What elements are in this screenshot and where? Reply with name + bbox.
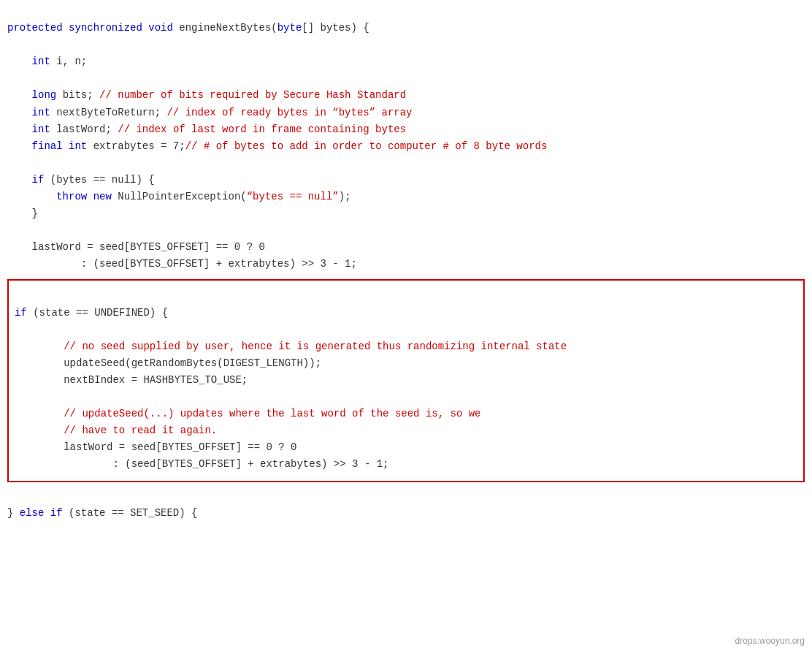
updateseed-call: updateSeed(getRandomBytes(DIGEST_LENGTH)… <box>64 357 321 369</box>
keyword-int3: int <box>32 123 50 135</box>
keyword-long: long <box>32 89 57 101</box>
comment-bits: // number of bits required by Secure Has… <box>99 89 406 101</box>
var-lastword: lastWord; <box>56 123 112 135</box>
string-null: “bytes == null” <box>247 191 339 202</box>
close-paren: ); <box>339 191 351 202</box>
lastword-assign1: lastWord = seed[BYTES_OFFSET] == 0 ? 0 <box>32 241 265 253</box>
after-code: } else if (state == SET_SEED) { <box>7 488 805 522</box>
watermark: drops.wooyun.org <box>735 634 805 648</box>
close-brace1: } <box>32 208 38 219</box>
keyword-byte: byte <box>277 22 302 34</box>
var-bits: bits; <box>63 89 93 101</box>
lastword-assign4: : (seed[BYTES_OFFSET] + extrabytes) >> 3… <box>112 458 388 470</box>
keyword-if1: if <box>32 174 45 186</box>
keyword-throw: throw <box>56 191 87 202</box>
var-extrabytes: extrabytes = 7; <box>93 140 185 152</box>
exception-class: NullPointerException( <box>118 191 246 202</box>
if-bytes-null: (bytes == null) { <box>50 174 155 186</box>
keyword-int4: int <box>69 140 87 152</box>
keyword-int1: int <box>32 56 50 67</box>
keyword-if2: if <box>15 307 27 319</box>
keyword-else: else <box>20 507 45 519</box>
comment-noseed: // no seed supplied by user, hence it is… <box>64 341 567 352</box>
comment-updateseed1: // updateSeed(...) updates where the las… <box>64 408 480 419</box>
method-name: engineNextBytes( <box>179 22 277 34</box>
if-state-setseed: (state == SET_SEED) { <box>69 507 197 519</box>
keyword-if3: if <box>50 507 63 519</box>
comment-nextbyte: // index of ready bytes in “bytes” array <box>166 107 412 118</box>
var-nextbyte: nextByteToReturn; <box>56 107 161 118</box>
close-brace2: } <box>7 507 20 519</box>
highlighted-code-box: if (state == UNDEFINED) { // no seed sup… <box>7 279 805 482</box>
keyword-void: void <box>148 22 173 34</box>
comment-extrabytes: // # of bytes to add in order to compute… <box>185 140 548 152</box>
keyword-synchronized: synchronized <box>69 22 142 34</box>
comment-updateseed2: // have to read it again. <box>64 425 217 436</box>
keyword-int2: int <box>32 107 50 118</box>
var-i-n: i, n; <box>56 56 87 67</box>
code-display: protected synchronized void engineNextBy… <box>7 3 805 273</box>
lastword-assign2: : (seed[BYTES_OFFSET] + extrabytes) >> 3… <box>81 258 357 270</box>
keyword-new: new <box>93 191 112 202</box>
bracket: [] bytes) { <box>302 22 369 34</box>
lastword-assign3: lastWord = seed[BYTES_OFFSET] == 0 ? 0 <box>64 441 296 453</box>
if-state-undefined: (state == UNDEFINED) { <box>33 307 168 319</box>
keyword-protected: protected <box>7 22 63 34</box>
nextbindex-assign: nextBIndex = HASHBYTES_TO_USE; <box>64 374 248 386</box>
box-code: if (state == UNDEFINED) { // no seed sup… <box>15 288 797 474</box>
keyword-final: final <box>32 140 63 152</box>
comment-lastword: // index of last word in frame containin… <box>118 123 406 135</box>
